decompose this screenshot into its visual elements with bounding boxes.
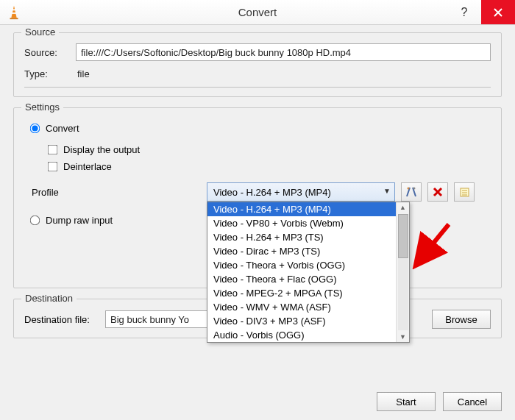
delete-profile-button[interactable] — [427, 182, 448, 202]
profile-option[interactable]: Video - VP80 + Vorbis (Webm) — [207, 216, 396, 230]
svg-point-5 — [413, 188, 416, 190]
source-divider — [24, 87, 491, 88]
start-button[interactable]: Start — [377, 392, 436, 411]
profile-option[interactable]: Audio - Vorbis (OGG) — [207, 328, 396, 342]
destination-file-label: Destination file: — [24, 314, 105, 325]
source-label: Source: — [24, 47, 76, 58]
profile-dropdown: Video - H.264 + MP3 (MP4)Video - VP80 + … — [207, 202, 410, 343]
convert-radio-label: Convert — [46, 123, 79, 134]
dump-raw-input[interactable] — [30, 216, 40, 226]
source-group: Source Source: Type: file — [13, 32, 502, 97]
profile-option[interactable]: Video - WMV + WMA (ASF) — [207, 300, 396, 314]
type-label: Type: — [24, 68, 76, 79]
profile-label: Profile — [30, 187, 96, 198]
source-legend: Source — [21, 26, 59, 38]
convert-radio-input[interactable] — [30, 124, 40, 134]
scroll-thumb[interactable] — [398, 214, 408, 258]
convert-radio[interactable]: Convert — [30, 123, 491, 134]
dropdown-scrollbar[interactable]: ▲ ▼ — [396, 202, 409, 342]
new-profile-button[interactable] — [454, 182, 475, 202]
cancel-button[interactable]: Cancel — [443, 392, 502, 411]
destination-legend: Destination — [21, 293, 77, 304]
dump-raw-label: Dump raw input — [46, 215, 113, 226]
display-output-checkbox[interactable]: Display the output — [48, 144, 491, 155]
profile-selected-text: Video - H.264 + MP3 (MP4) — [213, 187, 331, 198]
titlebar: Convert ? — [0, 0, 515, 25]
profile-option[interactable]: Video - Dirac + MP3 (TS) — [207, 244, 396, 258]
display-output-input[interactable] — [48, 145, 58, 155]
svg-point-4 — [408, 188, 410, 190]
profile-option[interactable]: Video - MPEG-2 + MPGA (TS) — [207, 286, 396, 300]
edit-profile-button[interactable] — [401, 182, 422, 202]
scroll-down-icon[interactable]: ▼ — [399, 332, 406, 342]
deinterlace-input[interactable] — [48, 162, 58, 172]
deinterlace-label: Deinterlace — [63, 161, 112, 172]
scroll-up-icon[interactable]: ▲ — [399, 202, 406, 213]
profile-option[interactable]: Video - H.264 + MP3 (MP4) — [207, 202, 396, 216]
profile-combobox[interactable]: Video - H.264 + MP3 (MP4) ▼ Video - H.26… — [207, 182, 395, 202]
profile-option[interactable]: Video - Theora + Flac (OGG) — [207, 272, 396, 286]
settings-legend: Settings — [21, 102, 63, 113]
browse-button[interactable]: Browse — [432, 310, 491, 329]
profile-option[interactable]: Video - H.264 + MP3 (TS) — [207, 230, 396, 244]
window-title: Convert — [0, 6, 515, 18]
display-output-label: Display the output — [63, 144, 140, 155]
profile-option[interactable]: Video - Theora + Vorbis (OGG) — [207, 258, 396, 272]
deinterlace-checkbox[interactable]: Deinterlace — [48, 161, 491, 172]
profile-option[interactable]: Video - DIV3 + MP3 (ASF) — [207, 314, 396, 328]
chevron-down-icon: ▼ — [383, 187, 391, 195]
settings-group: Settings Convert Display the output Dein… — [13, 107, 502, 288]
type-value: file — [76, 68, 90, 79]
source-input[interactable] — [76, 43, 491, 61]
